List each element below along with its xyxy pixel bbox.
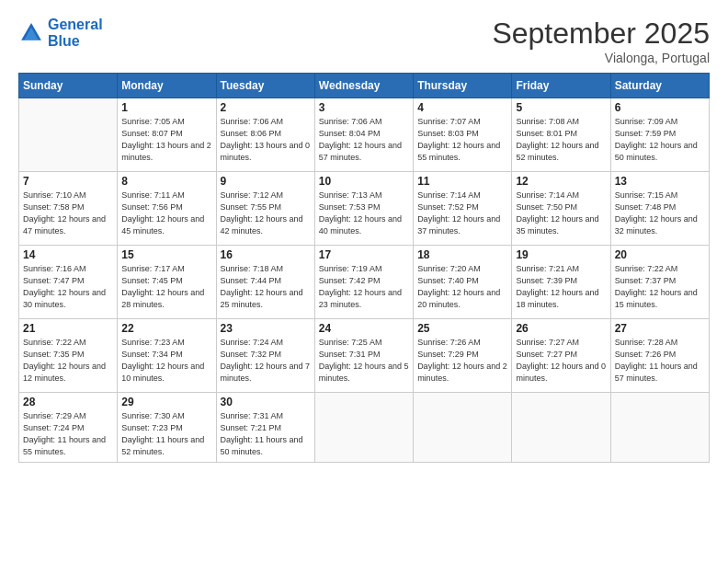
day-number: 6 [615,101,705,114]
day-number: 17 [319,248,409,261]
logo-icon [18,20,44,46]
day-number: 1 [121,101,211,114]
day-cell: 21Sunrise: 7:22 AMSunset: 7:35 PMDayligh… [19,319,118,393]
day-cell: 8Sunrise: 7:11 AMSunset: 7:56 PMDaylight… [118,172,216,246]
calendar-table: SundayMondayTuesdayWednesdayThursdayFrid… [18,73,710,463]
day-number: 11 [417,175,507,188]
day-info: Sunrise: 7:16 AMSunset: 7:47 PMDaylight:… [23,263,113,311]
day-info: Sunrise: 7:07 AMSunset: 8:03 PMDaylight:… [417,116,507,164]
day-number: 20 [615,248,705,261]
header: General Blue September 2025 Vialonga, Po… [18,17,710,65]
day-info: Sunrise: 7:06 AMSunset: 8:06 PMDaylight:… [221,116,311,164]
day-cell: 12Sunrise: 7:14 AMSunset: 7:50 PMDayligh… [512,172,610,246]
day-cell: 2Sunrise: 7:06 AMSunset: 8:06 PMDaylight… [216,98,314,172]
day-cell: 13Sunrise: 7:15 AMSunset: 7:48 PMDayligh… [610,172,709,246]
week-row-3: 21Sunrise: 7:22 AMSunset: 7:35 PMDayligh… [19,319,710,393]
day-info: Sunrise: 7:31 AMSunset: 7:21 PMDaylight:… [221,410,311,458]
day-number: 18 [417,248,507,261]
day-info: Sunrise: 7:23 AMSunset: 7:34 PMDaylight:… [121,337,211,385]
header-row: SundayMondayTuesdayWednesdayThursdayFrid… [19,74,710,98]
day-info: Sunrise: 7:05 AMSunset: 8:07 PMDaylight:… [121,116,211,164]
day-number: 25 [417,322,507,335]
day-info: Sunrise: 7:13 AMSunset: 7:53 PMDaylight:… [319,190,409,237]
week-row-1: 7Sunrise: 7:10 AMSunset: 7:58 PMDaylight… [19,172,710,246]
day-info: Sunrise: 7:11 AMSunset: 7:56 PMDaylight:… [121,190,211,237]
day-cell: 24Sunrise: 7:25 AMSunset: 7:31 PMDayligh… [314,319,413,393]
day-cell: 7Sunrise: 7:10 AMSunset: 7:58 PMDaylight… [19,172,118,246]
day-cell: 6Sunrise: 7:09 AMSunset: 7:59 PMDaylight… [610,98,709,172]
header-tuesday: Tuesday [216,74,314,98]
day-info: Sunrise: 7:22 AMSunset: 7:35 PMDaylight:… [23,337,113,385]
header-thursday: Thursday [414,74,512,98]
day-info: Sunrise: 7:24 AMSunset: 7:32 PMDaylight:… [221,337,311,385]
week-row-2: 14Sunrise: 7:16 AMSunset: 7:47 PMDayligh… [19,246,710,319]
day-cell: 15Sunrise: 7:17 AMSunset: 7:45 PMDayligh… [118,246,216,319]
day-number: 19 [516,248,606,261]
day-number: 23 [221,322,311,335]
day-number: 21 [23,322,113,335]
month-title: September 2025 [492,17,710,51]
day-cell: 10Sunrise: 7:13 AMSunset: 7:53 PMDayligh… [314,172,413,246]
logo-text: General Blue [48,17,103,49]
day-number: 22 [121,322,211,335]
day-info: Sunrise: 7:15 AMSunset: 7:48 PMDaylight:… [615,190,705,237]
day-cell: 4Sunrise: 7:07 AMSunset: 8:03 PMDaylight… [414,98,512,172]
day-info: Sunrise: 7:30 AMSunset: 7:23 PMDaylight:… [121,410,211,458]
day-cell: 29Sunrise: 7:30 AMSunset: 7:23 PMDayligh… [118,393,216,463]
week-row-4: 28Sunrise: 7:29 AMSunset: 7:24 PMDayligh… [19,393,710,463]
day-number: 7 [23,175,113,188]
day-cell: 5Sunrise: 7:08 AMSunset: 8:01 PMDaylight… [512,98,610,172]
subtitle: Vialonga, Portugal [492,51,710,65]
day-info: Sunrise: 7:08 AMSunset: 8:01 PMDaylight:… [516,116,606,164]
week-row-0: 1Sunrise: 7:05 AMSunset: 8:07 PMDaylight… [19,98,710,172]
day-number: 8 [121,175,211,188]
day-number: 15 [121,248,211,261]
day-info: Sunrise: 7:29 AMSunset: 7:24 PMDaylight:… [23,410,113,458]
day-info: Sunrise: 7:14 AMSunset: 7:50 PMDaylight:… [516,190,606,237]
day-number: 12 [516,175,606,188]
day-info: Sunrise: 7:26 AMSunset: 7:29 PMDaylight:… [417,337,507,385]
day-cell: 23Sunrise: 7:24 AMSunset: 7:32 PMDayligh… [216,319,314,393]
day-cell: 18Sunrise: 7:20 AMSunset: 7:40 PMDayligh… [414,246,512,319]
day-number: 5 [516,101,606,114]
day-number: 14 [23,248,113,261]
title-block: September 2025 Vialonga, Portugal [492,17,710,65]
day-cell: 30Sunrise: 7:31 AMSunset: 7:21 PMDayligh… [216,393,314,463]
logo: General Blue [18,17,103,49]
day-cell: 9Sunrise: 7:12 AMSunset: 7:55 PMDaylight… [216,172,314,246]
day-cell: 20Sunrise: 7:22 AMSunset: 7:37 PMDayligh… [610,246,709,319]
day-info: Sunrise: 7:22 AMSunset: 7:37 PMDaylight:… [615,263,705,311]
day-cell: 19Sunrise: 7:21 AMSunset: 7:39 PMDayligh… [512,246,610,319]
day-number: 29 [121,396,211,408]
day-info: Sunrise: 7:28 AMSunset: 7:26 PMDaylight:… [615,337,705,385]
day-cell [414,393,512,463]
day-info: Sunrise: 7:21 AMSunset: 7:39 PMDaylight:… [516,263,606,311]
day-info: Sunrise: 7:25 AMSunset: 7:31 PMDaylight:… [319,337,409,385]
day-cell: 27Sunrise: 7:28 AMSunset: 7:26 PMDayligh… [610,319,709,393]
day-number: 30 [221,396,311,408]
day-cell [19,98,118,172]
day-cell: 3Sunrise: 7:06 AMSunset: 8:04 PMDaylight… [314,98,413,172]
day-info: Sunrise: 7:27 AMSunset: 7:27 PMDaylight:… [516,337,606,385]
day-number: 16 [221,248,311,261]
day-cell: 14Sunrise: 7:16 AMSunset: 7:47 PMDayligh… [19,246,118,319]
day-number: 3 [319,101,409,114]
day-number: 10 [319,175,409,188]
day-info: Sunrise: 7:18 AMSunset: 7:44 PMDaylight:… [221,263,311,311]
day-number: 26 [516,322,606,335]
day-number: 27 [615,322,705,335]
day-info: Sunrise: 7:19 AMSunset: 7:42 PMDaylight:… [319,263,409,311]
day-cell: 22Sunrise: 7:23 AMSunset: 7:34 PMDayligh… [118,319,216,393]
day-number: 9 [221,175,311,188]
day-info: Sunrise: 7:09 AMSunset: 7:59 PMDaylight:… [615,116,705,164]
day-number: 4 [417,101,507,114]
day-cell [512,393,610,463]
day-cell: 1Sunrise: 7:05 AMSunset: 8:07 PMDaylight… [118,98,216,172]
day-number: 2 [221,101,311,114]
day-info: Sunrise: 7:17 AMSunset: 7:45 PMDaylight:… [121,263,211,311]
day-cell [610,393,709,463]
day-cell: 25Sunrise: 7:26 AMSunset: 7:29 PMDayligh… [414,319,512,393]
header-wednesday: Wednesday [314,74,413,98]
day-info: Sunrise: 7:06 AMSunset: 8:04 PMDaylight:… [319,116,409,164]
day-cell [314,393,413,463]
